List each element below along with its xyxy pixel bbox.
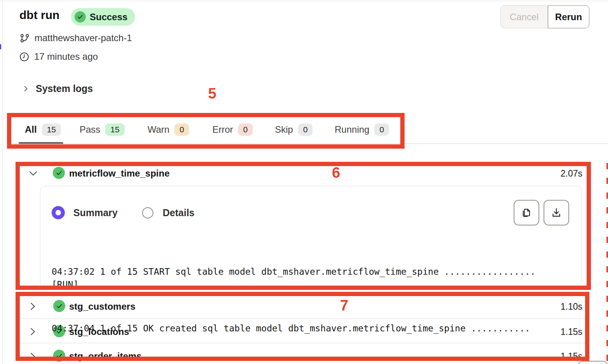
tab-all-count: 15 — [42, 123, 61, 136]
details-radio[interactable] — [142, 207, 153, 218]
tab-all[interactable]: All 15 — [25, 120, 61, 139]
active-tab-underline — [19, 142, 63, 144]
status-badge: Success — [71, 8, 135, 26]
git-branch-icon — [19, 33, 30, 43]
system-logs-expander[interactable]: System logs — [22, 83, 93, 94]
run-actions-group: Cancel Rerun — [500, 5, 589, 28]
tab-warn-label: Warn — [148, 124, 169, 135]
tab-error[interactable]: Error 0 — [212, 120, 253, 139]
summary-radio-label[interactable]: Summary — [73, 207, 118, 218]
tab-pass-label: Pass — [80, 124, 100, 135]
tab-running-count: 0 — [374, 123, 389, 136]
page-title: dbt run — [19, 9, 59, 22]
tab-skip-label: Skip — [275, 124, 293, 135]
system-logs-label: System logs — [36, 83, 93, 94]
top-divider — [0, 1, 608, 1]
step-name[interactable]: metricflow_time_spine — [69, 168, 170, 179]
left-divider — [2, 0, 3, 364]
log-line-2: 04:37:04 1 of 15 OK created sql table mo… — [52, 322, 556, 335]
tab-skip[interactable]: Skip 0 — [275, 120, 313, 139]
cancel-button[interactable]: Cancel — [500, 5, 548, 28]
annotation-label-5: 5 — [208, 85, 216, 102]
summary-radio[interactable] — [52, 206, 65, 219]
success-check-icon — [75, 11, 86, 23]
partial-floating-button[interactable] — [578, 361, 608, 364]
cursor-artifact — [0, 44, 1, 49]
tab-pass[interactable]: Pass 15 — [80, 120, 125, 139]
branch-name: matthewshaver-patch-1 — [35, 33, 132, 43]
tab-error-label: Error — [212, 124, 233, 135]
chevron-right-icon[interactable] — [30, 352, 36, 361]
log-line-1: 04:37:02 1 of 15 START sql table model d… — [52, 265, 556, 291]
clock-icon — [19, 52, 30, 62]
tab-skip-count: 0 — [298, 123, 313, 136]
branch-row: matthewshaver-patch-1 — [19, 33, 132, 43]
copy-icon — [521, 207, 532, 218]
tab-pass-count: 15 — [105, 123, 124, 136]
download-icon — [551, 207, 562, 218]
run-time-ago: 17 minutes ago — [34, 51, 98, 62]
chevron-right-icon[interactable] — [30, 302, 36, 311]
download-log-button[interactable] — [544, 200, 569, 225]
copy-log-button[interactable] — [514, 200, 539, 225]
step-success-icon — [53, 167, 65, 179]
tab-warn[interactable]: Warn 0 — [148, 120, 189, 139]
tab-running-label: Running — [335, 124, 369, 135]
log-card: Summary Details 04:37:02 1 of 15 START s… — [40, 186, 582, 288]
tabs-baseline — [12, 143, 608, 144]
annotation-edge-sliver — [606, 163, 608, 361]
log-output: 04:37:02 1 of 15 START sql table model d… — [52, 240, 556, 361]
status-badge-label: Success — [90, 12, 127, 23]
time-row: 17 minutes ago — [19, 51, 98, 62]
tab-all-label: All — [25, 124, 37, 135]
run-detail-page: dbt run Success Cancel Rerun matthewshav… — [0, 0, 608, 364]
details-radio-label[interactable]: Details — [163, 207, 195, 218]
annotation-label-6: 6 — [332, 165, 340, 181]
tab-error-count: 0 — [238, 123, 253, 136]
tab-warn-count: 0 — [174, 123, 189, 136]
chevron-down-icon[interactable] — [29, 170, 38, 177]
chevron-right-icon — [22, 85, 30, 92]
tab-running[interactable]: Running 0 — [335, 120, 389, 139]
rerun-button[interactable]: Rerun — [548, 5, 589, 28]
chevron-right-icon[interactable] — [30, 327, 36, 336]
step-duration: 2.07s — [540, 168, 582, 179]
